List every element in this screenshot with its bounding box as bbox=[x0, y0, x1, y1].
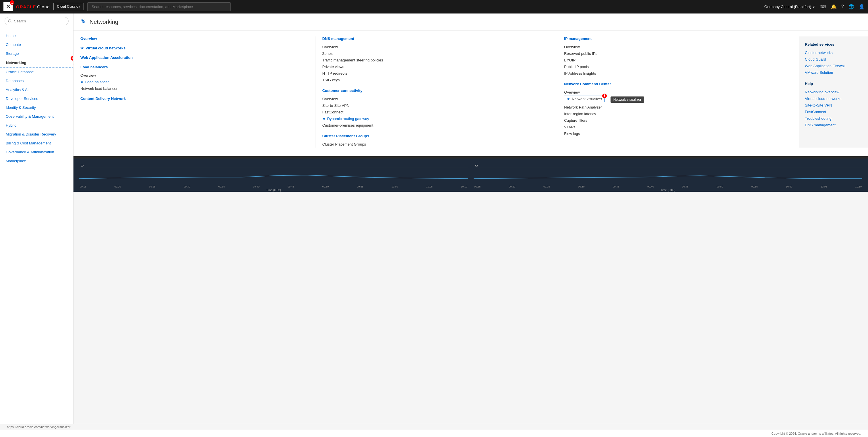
help-title: Help bbox=[805, 82, 862, 86]
sidebar-item-databases[interactable]: Databases bbox=[0, 76, 73, 85]
sidebar-item-storage[interactable]: Storage bbox=[0, 49, 73, 58]
section-title-ncc: Network Command Center bbox=[564, 82, 792, 86]
menu-col-2: DNS management Overview Zones Traffic ma… bbox=[315, 36, 557, 148]
menu-item-site-to-site-vpn-help[interactable]: Site-to-Site VPN bbox=[805, 102, 862, 108]
section-title-customer-connectivity: Customer connectivity bbox=[322, 88, 550, 93]
menu-item-cloud-guard[interactable]: Cloud Guard bbox=[805, 56, 862, 63]
svg-text:0: 0 bbox=[475, 164, 478, 167]
menu-item-vtaps[interactable]: VTAPs bbox=[564, 124, 792, 130]
menu-item-flow-logs[interactable]: Flow logs bbox=[564, 130, 792, 137]
menu-item-network-path-analyzer[interactable]: Network Path Analyzer bbox=[564, 104, 792, 111]
svg-rect-0 bbox=[81, 19, 83, 20]
menu-item-cc-overview[interactable]: Overview bbox=[322, 96, 550, 102]
content-scroll: Networking Overview ★ Virtual cloud netw… bbox=[73, 13, 868, 424]
chart-1-xlabel: Time (UTC) bbox=[79, 189, 468, 192]
sidebar-item-compute[interactable]: Compute bbox=[0, 40, 73, 49]
globe-icon[interactable]: 🌐 bbox=[848, 4, 854, 9]
networking-icon bbox=[81, 18, 87, 26]
section-title-waa[interactable]: Web Application Acceleration bbox=[81, 55, 308, 60]
menu-item-http-redirects[interactable]: HTTP redirects bbox=[322, 70, 550, 77]
menu-item-site-to-site-vpn[interactable]: Site-to-Site VPN bbox=[322, 102, 550, 109]
sidebar-item-observability[interactable]: Observability & Management bbox=[0, 112, 73, 121]
bell-icon[interactable]: 🔔 bbox=[831, 4, 837, 9]
menu-item-public-ip-pools[interactable]: Public IP pools bbox=[564, 63, 792, 70]
menu-item-networking-overview-help[interactable]: Networking overview bbox=[805, 89, 862, 95]
content-area: Networking Overview ★ Virtual cloud netw… bbox=[73, 13, 868, 192]
menu-item-lb-overview[interactable]: Overview bbox=[81, 72, 308, 79]
menu-item-ip-overview[interactable]: Overview bbox=[564, 44, 792, 50]
menu-item-waf[interactable]: Web Application Firewall bbox=[805, 63, 862, 69]
menu-item-dns-overview[interactable]: Overview bbox=[322, 44, 550, 50]
chart-1-x-axis: 09:1509:2009:2509:3009:3509:4009:4509:50… bbox=[79, 185, 468, 188]
close-button[interactable]: ✕ 1 bbox=[3, 2, 12, 11]
menu-item-vcn-help[interactable]: Virtual cloud networks bbox=[805, 95, 862, 102]
charts-area: 0 09:1509:2009:2509:3009:3509:4009:4509:… bbox=[73, 158, 868, 192]
sidebar-item-home[interactable]: Home bbox=[0, 31, 73, 40]
menu-item-fastconnect[interactable]: FastConnect bbox=[322, 109, 550, 116]
menu-item-cluster-placement-groups[interactable]: Cluster Placement Groups bbox=[322, 141, 550, 148]
tooltip: Network visualizer bbox=[611, 96, 644, 103]
sidebar-search-wrap bbox=[0, 13, 73, 29]
badge-2: 2 bbox=[71, 56, 73, 61]
topbar-search-input[interactable] bbox=[87, 2, 231, 11]
cloud-classic-button[interactable]: Cloud Classic › bbox=[53, 3, 84, 10]
section-title-vcn[interactable]: ★ Virtual cloud networks bbox=[81, 46, 308, 50]
sidebar: Home Compute Storage Networking 2 Oracle… bbox=[0, 13, 73, 424]
menu-item-load-balancer[interactable]: Load balancer bbox=[81, 79, 308, 85]
sidebar-item-analytics-ai[interactable]: Analytics & AI bbox=[0, 85, 73, 94]
statusbar: https://cloud.oracle.com/networking/visu… bbox=[0, 424, 868, 430]
sidebar-item-governance[interactable]: Governance & Administration bbox=[0, 148, 73, 156]
menu-item-troubleshooting-help[interactable]: Troubleshooting bbox=[805, 115, 862, 122]
menu-item-reserved-ips[interactable]: Reserved public IPs bbox=[564, 50, 792, 57]
sidebar-item-identity-security[interactable]: Identity & Security bbox=[0, 103, 73, 112]
section-title-cdn[interactable]: Content Delivery Network bbox=[81, 96, 308, 101]
chart-2-xlabel: Time (UTC) bbox=[474, 189, 862, 192]
menu-item-private-views[interactable]: Private views bbox=[322, 63, 550, 70]
user-icon[interactable]: 👤 bbox=[859, 4, 865, 9]
menu-item-fastconnect-help[interactable]: FastConnect bbox=[805, 108, 862, 115]
svg-rect-1 bbox=[83, 19, 84, 20]
sidebar-item-marketplace[interactable]: Marketplace bbox=[0, 156, 73, 165]
section-title-dns: DNS management bbox=[322, 36, 550, 41]
menu-item-network-lb[interactable]: Network load balancer bbox=[81, 85, 308, 92]
menu-col-3: IP management Overview Reserved public I… bbox=[557, 36, 799, 148]
chart-1-svg: 0 bbox=[79, 161, 468, 184]
menu-item-network-visualizer[interactable]: ★ Network visualizer 3 Network visualize… bbox=[564, 96, 604, 102]
help-icon[interactable]: ? bbox=[841, 4, 844, 9]
menu-item-capture-filters[interactable]: Capture filters bbox=[564, 117, 792, 124]
section-title-cluster-placement: Cluster Placement Groups bbox=[322, 134, 550, 138]
svg-text:0: 0 bbox=[81, 164, 84, 167]
sidebar-search-input[interactable] bbox=[5, 17, 69, 25]
menu-item-zones[interactable]: Zones bbox=[322, 50, 550, 57]
section-title-overview[interactable]: Overview bbox=[81, 36, 308, 41]
sidebar-item-hybrid[interactable]: Hybrid bbox=[0, 121, 73, 130]
oracle-logo: ORACLE Cloud bbox=[16, 4, 50, 9]
menu-item-byoip[interactable]: BYOIP bbox=[564, 57, 792, 63]
menu-item-dynamic-routing[interactable]: Dynamic routing gateway bbox=[322, 116, 550, 122]
menu-item-vmware[interactable]: VMware Solution bbox=[805, 69, 862, 76]
menu-item-cluster-networks[interactable]: Cluster networks bbox=[805, 50, 862, 56]
menu-item-cpe[interactable]: Customer-premises equipment bbox=[322, 122, 550, 129]
region-selector[interactable]: Germany Central (Frankfurt) ∨ bbox=[764, 5, 815, 9]
menu-item-ncc-overview[interactable]: Overview bbox=[564, 89, 792, 96]
sidebar-item-migration[interactable]: Migration & Disaster Recovery bbox=[0, 130, 73, 139]
badge-1: 1 bbox=[10, 0, 14, 5]
close-icon: ✕ bbox=[6, 3, 10, 10]
menu-item-dns-mgmt-help[interactable]: DNS management bbox=[805, 122, 862, 128]
menu-item-inter-region-latency[interactable]: Inter-region latency bbox=[564, 111, 792, 117]
main-layout: Home Compute Storage Networking 2 Oracle… bbox=[0, 13, 868, 424]
chart-1: 0 09:1509:2009:2509:3009:3509:4009:4509:… bbox=[79, 161, 468, 192]
menu-grid: Overview ★ Virtual cloud networks Web Ap… bbox=[73, 31, 868, 153]
menu-item-tsig[interactable]: TSIG keys bbox=[322, 77, 550, 83]
terminal-icon[interactable]: ⌨ bbox=[820, 4, 826, 9]
sidebar-item-networking[interactable]: Networking 2 bbox=[0, 58, 73, 67]
chart-2-x-axis: 09:1509:2009:2509:3009:3509:4009:4509:50… bbox=[474, 185, 862, 188]
menu-item-traffic-mgmt[interactable]: Traffic management steering policies bbox=[322, 57, 550, 63]
sidebar-item-oracle-database[interactable]: Oracle Database bbox=[0, 67, 73, 76]
sidebar-item-developer-services[interactable]: Developer Services bbox=[0, 94, 73, 103]
menu-item-ip-address-insights[interactable]: IP Address Insights bbox=[564, 70, 792, 77]
section-title-load-balancers: Load balancers bbox=[81, 65, 308, 69]
chart-2: 0 09:1509:2009:2509:3009:3509:4009:4509:… bbox=[474, 161, 862, 192]
related-services-title: Related services bbox=[805, 42, 862, 46]
sidebar-item-billing[interactable]: Billing & Cost Management bbox=[0, 139, 73, 148]
